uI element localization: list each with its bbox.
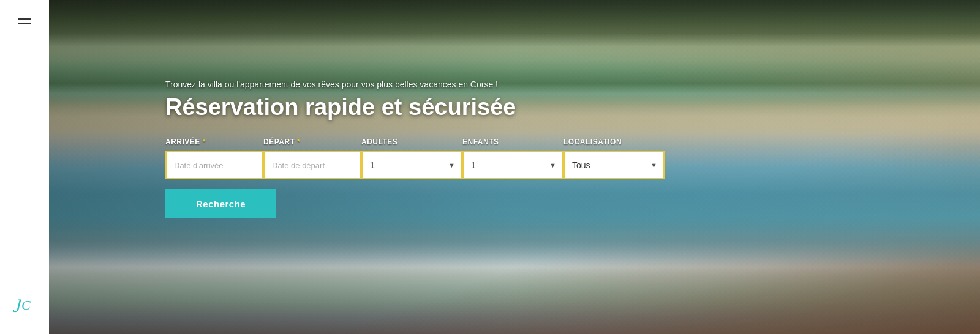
adults-select-wrapper: 1 2 3 4 5 6 ▼ — [361, 151, 462, 179]
svg-text:C: C — [21, 297, 31, 313]
departure-label: Départ * — [263, 138, 361, 146]
children-select-wrapper: 0 1 2 3 4 ▼ — [462, 151, 564, 179]
hero-section: Trouvez la villa ou l'appartement de vos… — [49, 0, 980, 334]
arrival-group: Arrivée * 📅 — [165, 138, 263, 179]
search-button-row: Recherche — [165, 189, 665, 218]
children-label: Enfants — [462, 138, 564, 146]
hero-content: Trouvez la villa ou l'appartement de vos… — [165, 80, 665, 218]
menu-button[interactable] — [18, 18, 31, 24]
arrival-label: Arrivée * — [165, 138, 263, 146]
arrival-input-wrapper: 📅 — [165, 151, 263, 179]
location-chevron-icon: ▼ — [650, 161, 663, 169]
adults-group: Adultes 1 2 3 4 5 6 ▼ — [361, 138, 462, 179]
hero-subtitle: Trouvez la villa ou l'appartement de vos… — [165, 80, 665, 89]
search-form: Arrivée * 📅 Départ * 📅 — [165, 138, 665, 218]
hero-title: Réservation rapide et sécurisée — [165, 94, 665, 121]
location-select[interactable]: Tous Ajaccio Bonifacio Porto-Vecchio Cal… — [565, 152, 650, 178]
search-button[interactable]: Recherche — [165, 189, 276, 218]
adults-chevron-icon: ▼ — [448, 161, 461, 169]
sidebar-logo: ȷ C — [13, 290, 36, 316]
children-select[interactable]: 0 1 2 3 4 — [464, 152, 549, 178]
sidebar: ȷ C — [0, 0, 49, 334]
location-group: Localisation Tous Ajaccio Bonifacio Port… — [564, 138, 665, 179]
children-group: Enfants 0 1 2 3 4 ▼ — [462, 138, 564, 179]
adults-select[interactable]: 1 2 3 4 5 6 — [363, 152, 448, 178]
svg-text:ȷ: ȷ — [13, 293, 21, 313]
form-fields-row: Arrivée * 📅 Départ * 📅 — [165, 138, 665, 179]
location-label: Localisation — [564, 138, 665, 146]
location-select-wrapper: Tous Ajaccio Bonifacio Porto-Vecchio Cal… — [564, 151, 665, 179]
departure-group: Départ * 📅 — [263, 138, 361, 179]
departure-input-wrapper: 📅 — [263, 151, 361, 179]
children-chevron-icon: ▼ — [549, 161, 562, 169]
adults-label: Adultes — [361, 138, 462, 146]
